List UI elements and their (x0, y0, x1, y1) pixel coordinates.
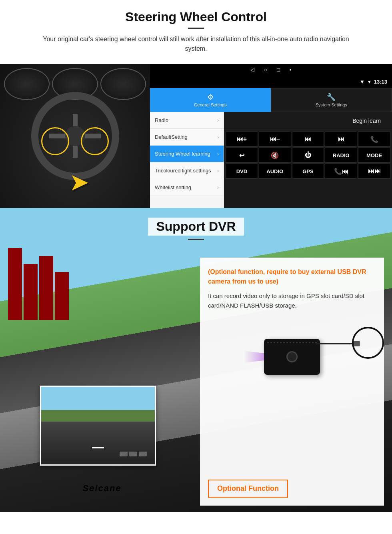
camera-lens (286, 351, 298, 362)
controls-row-1: ⏮+ ⏮− ⏮ ⏭ 📞 (226, 132, 390, 147)
gauge-right (100, 68, 146, 100)
thumb-car-3 (139, 452, 147, 456)
ctrl-dvd[interactable]: DVD (226, 164, 258, 179)
android-status-bar: ▼ ▾ 13:13 (150, 75, 392, 88)
dvr-title-divider (188, 239, 204, 240)
nav-menu-icon[interactable]: ▪ (290, 67, 292, 73)
ctrl-power[interactable]: ⏻ (292, 148, 324, 163)
steering-description: Your original car's steering wheel contr… (32, 34, 360, 54)
dvr-camera-image (208, 317, 376, 397)
highlight-circle-left (41, 127, 69, 155)
tab-system-label: System Settings (316, 102, 347, 107)
thumb-cars (120, 452, 147, 456)
dvr-description-text: It can record video only to storage in G… (208, 291, 376, 310)
menu-item-defaultsetting-label: DefaultSetting (155, 134, 188, 140)
tab-general-settings[interactable]: ⚙ General Settings (150, 88, 271, 112)
chevron-icon: › (217, 185, 219, 190)
ctrl-vol-down[interactable]: ⏮− (259, 132, 291, 147)
steering-wheel-right-panel: Begin learn ⏮+ ⏮− ⏮ ⏭ 📞 ↩ 🔇 ⏻ (224, 112, 392, 208)
menu-item-tricoloured[interactable]: Tricoloured light settings › (150, 162, 224, 179)
cable-coil (352, 327, 384, 359)
optional-badge-label: Optional Function (217, 484, 279, 492)
menu-item-steering-wheel[interactable]: Steering Wheel learning › (150, 146, 224, 162)
steering-wheel (31, 92, 119, 180)
steering-section-header: Steering Wheel Control Your original car… (0, 0, 392, 58)
ctrl-dvd-label: DVD (236, 168, 247, 174)
signal-icon: ▼ (360, 79, 365, 85)
settings-menu: Radio › DefaultSetting › Steering Wheel … (150, 112, 392, 208)
menu-item-radio[interactable]: Radio › (150, 112, 224, 129)
settings-tabs: ⚙ General Settings 🔧 System Settings (150, 88, 392, 112)
camera-device (264, 339, 320, 375)
dvr-section: Support DVR Seicane (Optional func (0, 208, 392, 512)
arrow-indicator: ➤ (69, 168, 89, 196)
android-ui-panel: ◁ ○ □ ▪ ▼ ▾ 13:13 ⚙ General Settings 🔧 S… (150, 64, 392, 208)
controls-grid: ⏮+ ⏮− ⏮ ⏭ 📞 ↩ 🔇 ⏻ RADIO MODE DVD (224, 130, 392, 180)
tab-system-settings[interactable]: 🔧 System Settings (271, 88, 392, 112)
ctrl-gps[interactable]: GPS (292, 164, 324, 179)
ctrl-radio-label: RADIO (333, 152, 350, 158)
ctrl-next[interactable]: ⏭ (325, 132, 357, 147)
chevron-icon: › (217, 168, 219, 174)
tab-general-label: General Settings (194, 102, 227, 107)
camera-vent (267, 342, 317, 343)
dvr-left-panel: Seicane (8, 258, 196, 506)
ctrl-call[interactable]: 📞 (358, 132, 390, 147)
begin-learn-button[interactable]: Begin learn (346, 115, 387, 126)
seicane-brand: Seicane (82, 483, 121, 494)
light-beam (244, 351, 264, 363)
menu-item-whitelist[interactable]: Whitelist setting › (150, 179, 224, 196)
nav-back-icon[interactable]: ◁ (250, 67, 254, 73)
ctrl-call-prev[interactable]: 📞⏮ (325, 164, 357, 179)
camera-assembly (264, 339, 320, 375)
thumb-road-line (92, 447, 104, 448)
menu-item-defaultsetting[interactable]: DefaultSetting › (150, 129, 224, 146)
optional-function-badge: Optional Function (208, 480, 288, 498)
dvr-info-card: (Optional function, require to buy exter… (200, 258, 384, 506)
thumb-car-2 (129, 452, 137, 456)
menu-left-panel: Radio › DefaultSetting › Steering Wheel … (150, 112, 224, 208)
controls-row-3: DVD AUDIO GPS 📞⏮ ⏭⏭ (226, 164, 390, 179)
ctrl-vol-up[interactable]: ⏮+ (226, 132, 258, 147)
wifi-icon: ▾ (368, 79, 371, 85)
ctrl-audio-label: AUDIO (266, 168, 283, 174)
status-time: 13:13 (374, 79, 387, 85)
ctrl-mode-label: MODE (366, 152, 382, 158)
menu-item-whitelist-label: Whitelist setting (155, 184, 191, 190)
controls-row-2: ↩ 🔇 ⏻ RADIO MODE (226, 148, 390, 163)
menu-item-tricoloured-label: Tricoloured light settings (155, 168, 211, 174)
highlight-circle-right (81, 127, 109, 155)
steering-title: Steering Wheel Control (16, 10, 376, 24)
chevron-icon: › (217, 151, 219, 157)
steering-wheel-image: ➤ (0, 64, 150, 208)
ctrl-hangup[interactable]: ↩ (226, 148, 258, 163)
dvr-section-header: Support DVR (0, 208, 392, 250)
gear-icon: ⚙ (207, 93, 214, 102)
gauge-left (4, 68, 50, 100)
begin-learn-row: Begin learn (224, 112, 392, 130)
usb-cable (316, 343, 352, 344)
chevron-icon: › (217, 134, 219, 140)
ctrl-mute[interactable]: 🔇 (259, 148, 291, 163)
title-divider (188, 28, 204, 29)
android-nav-bar: ◁ ○ □ ▪ (150, 64, 392, 75)
ctrl-radio[interactable]: RADIO (325, 148, 357, 163)
dvr-optional-text: (Optional function, require to buy exter… (208, 267, 376, 286)
dvr-thumbnail (40, 386, 156, 466)
chevron-icon: › (217, 118, 219, 123)
ctrl-gps-label: GPS (302, 168, 313, 174)
nav-recents-icon[interactable]: □ (277, 67, 280, 73)
status-icons-right: ▼ ▾ 13:13 (360, 79, 387, 85)
ctrl-next2[interactable]: ⏭⏭ (358, 164, 390, 179)
menu-item-steering-label: Steering Wheel learning (155, 151, 210, 157)
steering-container: ➤ ◁ ○ □ ▪ ▼ ▾ 13:13 ⚙ General Settings (0, 64, 392, 208)
menu-item-radio-label: Radio (155, 117, 168, 123)
ctrl-audio[interactable]: AUDIO (259, 164, 291, 179)
settings-icon: 🔧 (327, 93, 336, 102)
ctrl-prev[interactable]: ⏮ (292, 132, 324, 147)
thumb-car-1 (120, 452, 128, 456)
dvr-content-area: Seicane (Optional function, require to b… (8, 258, 384, 506)
nav-home-icon[interactable]: ○ (264, 67, 267, 73)
ctrl-mode[interactable]: MODE (358, 148, 390, 163)
dvr-title: Support DVR (148, 218, 244, 236)
